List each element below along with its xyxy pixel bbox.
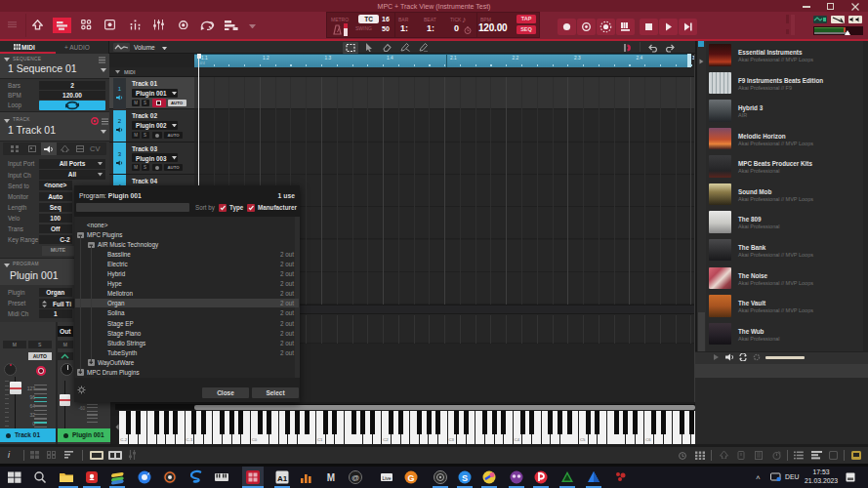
svg-text:M: M (327, 472, 335, 483)
svg-text:A1: A1 (277, 474, 288, 483)
svg-text:@: @ (351, 473, 359, 482)
svg-text:G: G (407, 473, 414, 483)
svg-text:S: S (462, 473, 468, 483)
svg-text:Live: Live (382, 475, 391, 481)
